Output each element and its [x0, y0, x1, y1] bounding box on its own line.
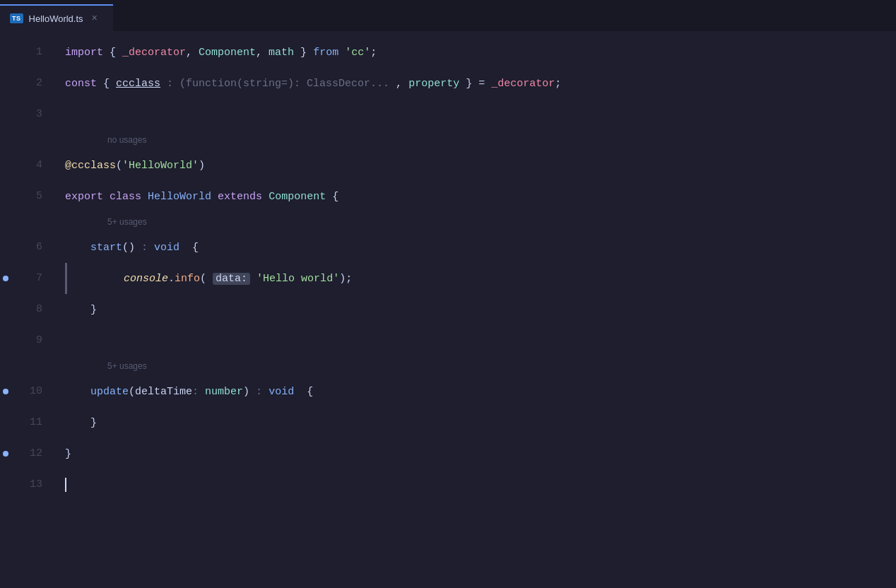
- token-parens-start: (): [122, 242, 135, 253]
- token-brace-close-fn1: }: [90, 305, 97, 315]
- code-content[interactable]: import { _decorator , Component , math }…: [54, 37, 896, 588]
- token-paren-close-info: );: [339, 274, 352, 284]
- line-num-1: 1: [23, 37, 42, 68]
- gutter-hint-3: [0, 356, 11, 376]
- token-component-2: Component: [269, 192, 326, 202]
- code-line-12: }: [65, 438, 896, 469]
- token-brace-close-1: }: [294, 47, 313, 58]
- gutter-cell-9: [0, 325, 11, 356]
- token-semicolon-2: ;: [555, 78, 561, 89]
- tab-title: HelloWorld.ts: [29, 13, 83, 24]
- gutter-cell-5: [0, 181, 11, 212]
- line-num-10: 10: [23, 376, 42, 407]
- token-decorator-2: _decorator: [491, 78, 555, 89]
- close-icon[interactable]: ×: [92, 13, 98, 24]
- hint-5plus-1: 5+ usages: [65, 212, 896, 232]
- token-brace-start-fn: {: [179, 242, 199, 253]
- token-cc-string: 'cc': [345, 47, 370, 58]
- token-space-2: [338, 47, 345, 58]
- token-brace-close-2: }: [459, 78, 478, 89]
- code-line-3: [65, 99, 896, 130]
- token-comma-2: ,: [256, 47, 269, 58]
- token-indent-11: [65, 418, 90, 428]
- token-indent-10: [65, 387, 90, 397]
- line-num-11: 11: [23, 407, 42, 438]
- line-num-12: 12: [23, 438, 42, 469]
- line-num-5: 5: [23, 181, 42, 212]
- token-from: from: [313, 47, 338, 58]
- token-brace-close-fn2: }: [90, 418, 97, 428]
- code-line-8: }: [65, 294, 896, 325]
- hint-5plus-2: 5+ usages: [65, 356, 896, 376]
- token-space-brace-1: {: [103, 47, 122, 58]
- active-tab[interactable]: TS HelloWorld.ts ×: [0, 4, 113, 31]
- token-space-6: [211, 192, 218, 202]
- token-ccclass-decl: ccclass: [116, 78, 160, 89]
- gutter-cell-2: [0, 68, 11, 99]
- line-num-hint-3: [23, 356, 42, 376]
- tab-bar: TS HelloWorld.ts ×: [0, 0, 896, 31]
- vertical-bar: [65, 263, 67, 294]
- token-type-annotation-1: : (function(string=): ClassDecor...: [160, 78, 396, 89]
- token-space-7: [262, 192, 269, 202]
- gutter-hint-1: [0, 130, 11, 150]
- line-num-hint-2: [23, 212, 42, 232]
- token-data-highlight: data:: [213, 273, 250, 285]
- token-deltatime: deltaTime: [135, 387, 192, 397]
- gutter-cell-11: [0, 407, 11, 438]
- token-extends: extends: [218, 192, 262, 202]
- line-num-hint-1: [23, 130, 42, 150]
- line-num-6: 6: [23, 232, 42, 263]
- token-semicolon-1: ;: [370, 47, 377, 58]
- token-info: info: [175, 274, 200, 284]
- gutter-cell-1: [0, 37, 11, 68]
- code-area[interactable]: 1 2 3 4 5 6 7 8 9 10 11 12 13 import { _…: [0, 31, 896, 588]
- token-update: update: [90, 387, 129, 397]
- token-equals: =: [478, 78, 491, 89]
- code-line-9: [65, 325, 896, 356]
- token-paren-close-update: ): [243, 387, 249, 397]
- gutter-dot-2: [3, 389, 8, 394]
- token-colon-3: :: [249, 387, 269, 397]
- gutter-cell-7: [0, 263, 11, 294]
- token-start: start: [90, 242, 122, 253]
- line-num-13: 13: [23, 469, 42, 500]
- code-line-5: export class HelloWorld extends Componen…: [65, 181, 896, 212]
- token-cursor: [65, 478, 66, 492]
- token-decorator: _decorator: [122, 47, 186, 58]
- token-const: const: [65, 78, 97, 89]
- gutter-dot-3: [3, 451, 8, 457]
- token-property: property: [408, 78, 459, 89]
- token-colon-void: :: [135, 242, 154, 253]
- token-paren-open: (: [116, 160, 122, 171]
- gutter-cell-3: [0, 99, 11, 130]
- gutter-cell-13: [0, 469, 11, 500]
- line-num-8: 8: [23, 294, 42, 325]
- hint-no-usages: no usages: [65, 130, 896, 150]
- token-class: class: [110, 192, 141, 202]
- token-indent-8: [65, 305, 90, 315]
- gutter-hint-2: [0, 212, 11, 232]
- token-indent-6: [65, 242, 90, 253]
- token-paren-close: ): [199, 160, 205, 171]
- token-math: math: [269, 47, 294, 58]
- token-helloworld-string: 'HelloWorld': [122, 160, 199, 171]
- token-void-1: void: [154, 242, 179, 253]
- code-line-11: }: [65, 407, 896, 438]
- token-dot-1: .: [168, 274, 175, 284]
- code-line-2: const { ccclass : (function(string=): Cl…: [65, 68, 896, 99]
- gutter-cell-6: [0, 232, 11, 263]
- token-helloworld-class: HelloWorld: [148, 192, 211, 202]
- token-space-3: {: [97, 78, 116, 89]
- gutter-cell-8: [0, 294, 11, 325]
- line-numbers: 1 2 3 4 5 6 7 8 9 10 11 12 13: [11, 37, 54, 588]
- token-at-ccclass: @ccclass: [65, 160, 116, 171]
- token-space-8: [250, 274, 257, 284]
- token-number: number: [205, 387, 243, 397]
- token-console: console: [124, 274, 168, 284]
- token-hello-world-string: 'Hello world': [257, 274, 339, 284]
- ts-icon: TS: [10, 13, 23, 23]
- line-num-9: 9: [23, 325, 42, 356]
- token-indent-7: [73, 274, 124, 284]
- token-space-5: [141, 192, 148, 202]
